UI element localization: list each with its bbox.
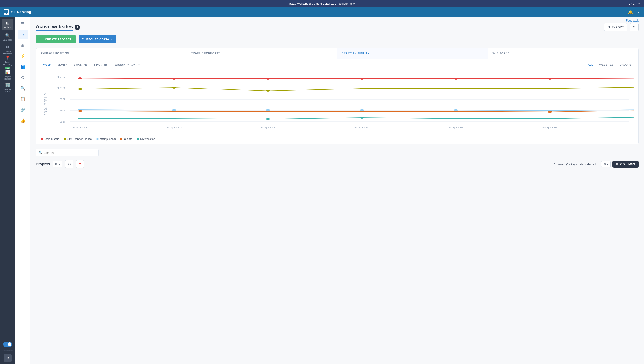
close-banner-button[interactable]: ✕ <box>638 2 640 6</box>
agency-pack-icon: 🏢 <box>5 82 10 87</box>
view-tab-websites[interactable]: WEBSITES <box>596 62 616 68</box>
user-avatar[interactable]: DA <box>4 354 12 362</box>
svg-point-14 <box>360 78 364 80</box>
feedback-link[interactable]: Feedback <box>626 19 639 22</box>
svg-point-19 <box>172 87 176 89</box>
svg-point-40 <box>172 118 176 120</box>
time-tab-month[interactable]: MONTH <box>55 62 70 68</box>
legend-skyskanner-label: Sky Skanner France <box>68 137 92 141</box>
header-bar: SE Ranking ? 🔔 ⋯ <box>0 7 644 17</box>
selected-info: 1 project (17 keywords) selected. <box>554 163 597 166</box>
legend-clients[interactable]: Clients <box>120 137 132 141</box>
view-tab-groups[interactable]: GROUPS <box>617 62 634 68</box>
sidebar2-activity[interactable]: ⚡ <box>18 51 28 61</box>
svg-point-39 <box>78 118 82 120</box>
report-builder-label: Report Builder <box>2 75 14 80</box>
copy-dropdown-button[interactable]: ⧉ ▾ <box>601 161 611 167</box>
delete-button[interactable]: 🗑 <box>76 160 84 168</box>
legend-uk-websites[interactable]: UK websites <box>136 137 155 141</box>
time-tabs: WEEK MONTH 3 MONTHS 6 MONTHS GROUP BY: D… <box>40 62 140 68</box>
active-count-badge: 8 <box>74 25 80 30</box>
svg-point-43 <box>454 118 458 120</box>
table-actions: 1 project (17 keywords) selected. ⧉ ▾ ⊞ … <box>552 161 639 168</box>
action-row: ＋ CREATE PROJECT ↻ RECHECK DATA ▾ <box>30 35 644 48</box>
svg-point-44 <box>548 118 552 120</box>
svg-point-21 <box>360 88 364 89</box>
svg-point-42 <box>360 117 364 119</box>
recheck-data-button[interactable]: ↻ RECHECK DATA ▾ <box>78 35 116 44</box>
recheck-chevron-icon: ▾ <box>111 38 113 41</box>
time-tab-6months[interactable]: 6 MONTHS <box>91 62 110 68</box>
add-dropdown-button[interactable]: ⊞ ▾ <box>52 161 62 167</box>
legend-clients-label: Clients <box>124 137 132 141</box>
help-icon[interactable]: ? <box>622 10 624 15</box>
legend-uk-label: UK websites <box>140 137 155 141</box>
sidebar2-bar-chart[interactable]: ▦ <box>18 40 28 50</box>
banner-right: ENG ✕ <box>628 2 640 6</box>
recheck-icon: ↻ <box>82 38 85 41</box>
sidebar-item-seo-tools[interactable]: 🔍 SEO Tools <box>2 31 14 43</box>
time-tab-week[interactable]: WEEK <box>40 62 54 68</box>
toggle-area: New Menu UI <box>2 339 13 353</box>
legend-tesla[interactable]: Tesla Motors <box>40 137 59 141</box>
svg-text:Sep 06: Sep 06 <box>542 126 558 129</box>
sidebar-item-projects[interactable]: ⊞ Projects <box>2 19 14 31</box>
more-menu-icon[interactable]: ⋯ <box>636 10 640 15</box>
projects-icon: ⊞ <box>6 21 10 26</box>
settings-button[interactable]: ⚙ <box>630 23 639 31</box>
projects-label: Projects <box>4 26 12 29</box>
sidebar2-filter[interactable]: ⊘ <box>18 73 28 83</box>
refresh-button[interactable]: ↻ <box>65 160 73 168</box>
columns-button[interactable]: ⊞ COLUMNS <box>612 161 639 168</box>
legend-tesla-label: Tesla Motors <box>44 137 59 141</box>
legend-skyskanner[interactable]: Sky Skanner France <box>64 137 92 141</box>
tab-search-visibility[interactable]: SEARCH VISIBILITY <box>338 48 488 59</box>
local-marketing-label: Local Marketing <box>2 61 14 66</box>
legend-tesla-dot <box>40 138 43 140</box>
group-by-dropdown[interactable]: GROUP BY: DAYS ▾ <box>115 64 140 67</box>
svg-point-13 <box>266 78 270 80</box>
svg-point-37 <box>548 111 552 113</box>
sidebar2-search[interactable]: 🔍 <box>18 83 28 93</box>
sidebar2-link[interactable]: 🔗 <box>18 105 28 115</box>
table-header-row: Projects ⊞ ▾ ↻ 🗑 1 project (17 keywords)… <box>36 160 639 168</box>
create-project-button[interactable]: ＋ CREATE PROJECT <box>36 35 76 44</box>
sidebar-item-report-builder[interactable]: 📊 Report Builder <box>2 69 14 81</box>
sidebar2-thumbs[interactable]: 👍 <box>18 116 28 126</box>
register-link[interactable]: Register now <box>338 2 355 6</box>
legend-example[interactable]: example.com <box>96 137 116 141</box>
svg-point-15 <box>454 78 458 80</box>
app-logo <box>4 10 9 15</box>
table-title-area: Projects ⊞ ▾ ↻ 🗑 <box>36 160 84 168</box>
search-input-wrap: 🔍 <box>36 149 98 156</box>
top-banner: [SEO Workshop] Content Editor 101 Regist… <box>0 0 644 7</box>
search-input[interactable] <box>44 151 96 154</box>
svg-point-41 <box>266 118 270 120</box>
export-button[interactable]: ⬆ EXPORT <box>604 23 628 31</box>
svg-point-34 <box>266 111 270 112</box>
bell-icon[interactable]: 🔔 <box>628 10 633 15</box>
sidebar-item-agency-pack[interactable]: 🏢 Agency Pack <box>2 82 14 93</box>
toggle-knob <box>8 342 12 346</box>
sidebar2-home[interactable]: ⌂ <box>18 30 28 40</box>
lang-label: ENG <box>628 2 635 6</box>
chart-legend: Tesla Motors Sky Skanner France example.… <box>36 136 638 144</box>
view-tab-all[interactable]: ALL <box>585 62 596 68</box>
sidebar2-report[interactable]: 📋 <box>18 94 28 104</box>
tab-average-position[interactable]: AVERAGE POSITION <box>36 48 187 59</box>
svg-text:Sep 02: Sep 02 <box>166 126 182 129</box>
tab-traffic-forecast[interactable]: TRAFFIC FORECAST <box>187 48 338 59</box>
sidebar2-menu-toggle[interactable]: ☰ <box>18 19 28 29</box>
time-tab-3months[interactable]: 3 MONTHS <box>71 62 90 68</box>
sidebar2-users[interactable]: 👥 <box>18 62 28 72</box>
legend-example-dot <box>96 138 98 140</box>
content-marketing-label: Content Marketing <box>2 50 14 55</box>
sidebar-item-content-marketing[interactable]: ✏ Content Marketing <box>2 44 14 56</box>
new-menu-toggle[interactable] <box>3 342 12 347</box>
sidebar-item-local-marketing[interactable]: 📍 Local Marketing New <box>2 57 14 68</box>
app-layout: ⊞ Projects 🔍 SEO Tools ✏ Content Marketi… <box>0 17 644 364</box>
feedback-bar: Feedback <box>30 17 644 23</box>
tab-top10[interactable]: % IN TOP 10 <box>488 48 638 59</box>
group-by-label: GROUP BY: DAYS <box>115 64 138 67</box>
create-label: CREATE PROJECT <box>45 38 72 41</box>
